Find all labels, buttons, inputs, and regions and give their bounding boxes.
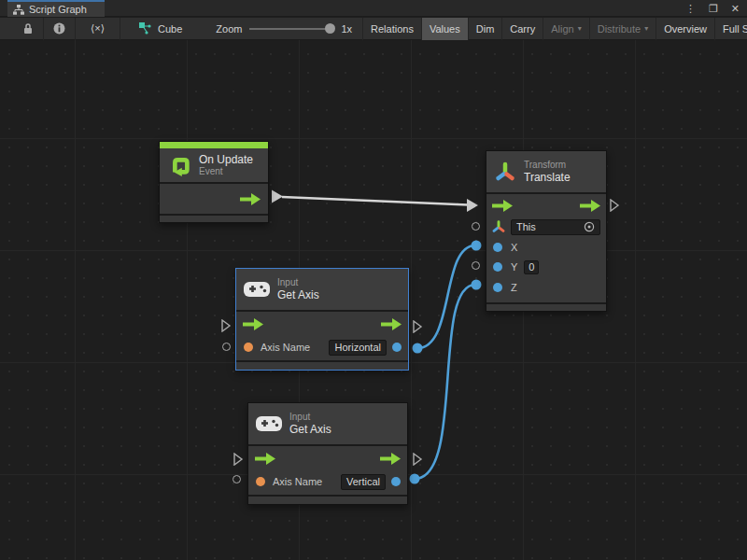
title-bar: Script Graph ⋮ ❐ ✕ xyxy=(0,0,747,17)
axis-name-field[interactable]: Vertical xyxy=(341,474,386,490)
node-get-axis-horizontal[interactable]: Input Get Axis Axis Name Horizontal xyxy=(235,268,409,371)
node-get-axis-vertical[interactable]: Input Get Axis Axis Name Vertical xyxy=(247,402,408,505)
align-label: Align xyxy=(551,23,573,35)
zoom-slider-handle[interactable] xyxy=(325,23,335,34)
value-input-port-axis-name[interactable] xyxy=(244,343,253,352)
axis-name-label: Axis Name xyxy=(261,342,310,353)
graph-toolbar: ⟨×⟩ Cube Zoom 1x Relations Values xyxy=(0,18,747,40)
distribute-label: Distribute xyxy=(598,23,641,35)
chevron-down-icon: ▾ xyxy=(578,24,582,33)
maximize-icon[interactable]: ❐ xyxy=(709,3,718,15)
code-view-button[interactable]: ⟨×⟩ xyxy=(76,18,120,40)
value-port-external-axis[interactable] xyxy=(233,475,241,483)
zoom-slider[interactable] xyxy=(249,28,333,30)
y-value: 0 xyxy=(529,261,534,273)
zoom-label: Zoom xyxy=(216,23,242,35)
node-footer xyxy=(236,362,408,370)
node-footer xyxy=(486,304,606,311)
relations-button[interactable]: Relations xyxy=(363,18,422,40)
port-label-x: X xyxy=(511,242,517,253)
flow-input-port-external[interactable] xyxy=(233,453,244,466)
flow-port-row xyxy=(248,446,407,470)
y-value-field[interactable]: 0 xyxy=(524,260,539,274)
value-input-port-x[interactable] xyxy=(493,243,502,252)
node-title: Get Axis xyxy=(289,423,331,436)
axis-name-label: Axis Name xyxy=(273,476,322,487)
value-input-port-axis-name[interactable] xyxy=(256,477,265,486)
tab-script-graph[interactable]: Script Graph xyxy=(7,0,105,17)
flow-output-port-external[interactable] xyxy=(412,453,423,466)
axis-name-value: Horizontal xyxy=(334,342,381,353)
align-button[interactable]: Align ▾ xyxy=(543,18,589,40)
flow-output-port[interactable] xyxy=(381,318,402,330)
node-subtitle: Input xyxy=(277,277,319,288)
flow-output-port[interactable] xyxy=(580,200,600,212)
port-label-y: Y xyxy=(511,261,517,273)
flow-port-row xyxy=(236,312,408,336)
node-subtitle: Event xyxy=(199,166,253,177)
value-output-port[interactable] xyxy=(392,343,402,352)
flow-output-port-external[interactable] xyxy=(609,199,620,212)
x-port-row: X xyxy=(486,237,606,257)
lock-button[interactable] xyxy=(13,18,44,40)
zoom-control: Zoom 1x xyxy=(206,23,361,35)
carry-button[interactable]: Carry xyxy=(502,18,543,40)
flow-output-port[interactable] xyxy=(380,453,401,465)
zoom-value: 1x xyxy=(341,23,352,35)
node-footer xyxy=(160,216,268,222)
overview-label: Overview xyxy=(664,23,707,35)
node-translate[interactable]: Transform Translate This xyxy=(486,150,607,312)
value-input-port-z[interactable] xyxy=(493,283,502,292)
dim-button[interactable]: Dim xyxy=(469,18,503,40)
object-picker-icon[interactable] xyxy=(584,221,595,232)
value-output-port[interactable] xyxy=(391,477,401,486)
value-port-external-axis[interactable] xyxy=(222,343,231,351)
axis-name-field[interactable]: Horizontal xyxy=(329,340,387,356)
distribute-button[interactable]: Distribute ▾ xyxy=(590,18,656,40)
window-controls: ⋮ ❐ ✕ xyxy=(685,0,740,17)
close-icon[interactable]: ✕ xyxy=(731,3,740,15)
overview-button[interactable]: Overview xyxy=(656,18,715,40)
flow-input-port[interactable] xyxy=(492,200,513,212)
flow-input-port[interactable] xyxy=(255,453,275,465)
node-subtitle: Transform xyxy=(524,160,571,171)
self-target-field[interactable]: This xyxy=(511,219,600,235)
flow-input-port[interactable] xyxy=(243,318,263,330)
z-port-row: Z xyxy=(486,277,606,297)
graph-reference[interactable]: Cube xyxy=(132,18,190,40)
carry-label: Carry xyxy=(510,23,535,35)
graph-icon xyxy=(13,5,24,15)
values-button[interactable]: Values xyxy=(422,18,469,40)
target-port-row: This xyxy=(486,217,606,237)
node-body: Axis Name Vertical xyxy=(248,446,407,495)
node-footer xyxy=(248,497,407,504)
node-subtitle: Input xyxy=(289,412,331,423)
flow-port-row xyxy=(486,194,606,217)
node-on-update[interactable]: On Update Event xyxy=(159,141,269,223)
flow-input-port-external[interactable] xyxy=(220,319,232,332)
code-view-label: ⟨×⟩ xyxy=(91,22,105,35)
port-row xyxy=(160,184,268,214)
flow-output-port[interactable] xyxy=(240,193,261,205)
inspect-button[interactable] xyxy=(44,18,76,40)
full-screen-label: Full Screen xyxy=(723,23,747,35)
toolbar-spacer xyxy=(120,18,132,40)
info-icon xyxy=(53,22,65,35)
lock-icon xyxy=(22,22,34,35)
node-body: This X Y 0 Z xyxy=(486,194,606,302)
value-port-external-y[interactable] xyxy=(472,261,480,270)
value-port-external-this[interactable] xyxy=(472,222,480,231)
port-label-z: Z xyxy=(511,282,517,293)
node-header: On Update Event xyxy=(160,148,268,182)
tab-label: Script Graph xyxy=(29,4,87,15)
self-target-value: This xyxy=(516,221,536,232)
script-graph-window: Script Graph ⋮ ❐ ✕ ⟨×⟩ xyxy=(0,0,747,560)
flow-output-port-external[interactable] xyxy=(412,320,423,333)
node-header: Input Get Axis xyxy=(248,403,407,444)
full-screen-button[interactable]: Full Screen xyxy=(715,18,747,40)
loop-event-icon xyxy=(167,153,191,177)
window-menu-icon[interactable]: ⋮ xyxy=(685,3,696,15)
value-input-port-y[interactable] xyxy=(493,262,502,272)
relations-label: Relations xyxy=(371,23,414,35)
chevron-down-icon: ▾ xyxy=(644,24,648,33)
